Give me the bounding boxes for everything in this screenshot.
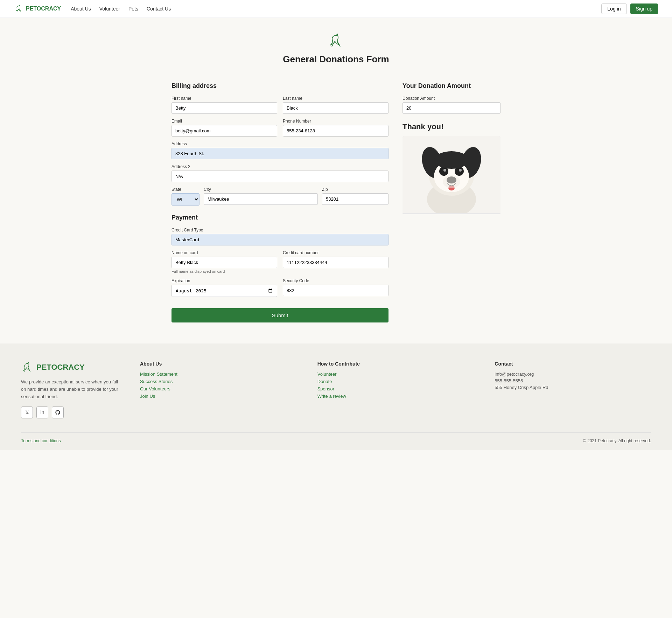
- svg-point-13: [434, 151, 469, 169]
- payment-section: Payment Credit Card Type Name on card Fu…: [172, 214, 388, 297]
- name-on-card-label: Name on card: [172, 250, 277, 255]
- name-on-card-input[interactable]: [172, 257, 277, 268]
- footer-top: PETOCRACY We provide an exceptional serv…: [21, 361, 651, 418]
- thank-you-text: Thank you!: [402, 122, 500, 131]
- first-name-label: First name: [172, 96, 277, 101]
- city-group: City: [204, 187, 318, 206]
- nav-links: About Us Volunteer Pets Contact Us: [71, 6, 171, 12]
- security-input[interactable]: [283, 285, 388, 296]
- security-group: Security Code: [283, 278, 388, 297]
- address2-label: Address 2: [172, 164, 388, 169]
- terms-link[interactable]: Terms and conditions: [21, 438, 61, 443]
- footer-joinus-link[interactable]: Join Us: [140, 394, 296, 399]
- expiration-label: Expiration: [172, 278, 277, 283]
- linkedin-icon[interactable]: in: [36, 407, 48, 418]
- expiration-group: Expiration: [172, 278, 277, 297]
- dog-svg: [402, 136, 500, 213]
- footer-mission-link[interactable]: Mission Statement: [140, 372, 296, 377]
- github-icon[interactable]: [52, 407, 64, 418]
- phone-label: Phone Number: [283, 119, 388, 124]
- footer-volunteer-link[interactable]: Volunteer: [317, 372, 474, 377]
- footer-contact-col: Contact info@petocracy.org 555-555-5555 …: [495, 361, 651, 418]
- last-name-label: Last name: [283, 96, 388, 101]
- name-row: First name Last name: [172, 96, 388, 114]
- footer-review-link[interactable]: Write a review: [317, 394, 474, 399]
- state-group: State WI AL CA NY: [172, 187, 200, 206]
- city-label: City: [204, 187, 318, 192]
- hero-section: General Donations Form: [0, 18, 672, 72]
- address-input[interactable]: [172, 148, 388, 159]
- social-icons: 𝕏 in: [21, 407, 119, 418]
- first-name-group: First name: [172, 96, 277, 114]
- nav-logo-text: PETOCRACY: [26, 6, 61, 12]
- zip-group: Zip: [322, 187, 388, 206]
- name-on-card-group: Name on card Full name as displayed on c…: [172, 250, 277, 273]
- twitter-icon[interactable]: 𝕏: [21, 407, 33, 418]
- security-label: Security Code: [283, 278, 388, 283]
- amount-input[interactable]: [402, 102, 500, 114]
- footer-success-link[interactable]: Success Stories: [140, 379, 296, 384]
- footer-bird-icon: [21, 361, 34, 374]
- footer-logo: PETOCRACY: [21, 361, 119, 374]
- last-name-group: Last name: [283, 96, 388, 114]
- address-label: Address: [172, 141, 388, 146]
- donation-section: Your Donation Amount Donation Amount: [402, 82, 500, 114]
- footer: PETOCRACY We provide an exceptional serv…: [0, 343, 672, 450]
- amount-group: Donation Amount: [402, 96, 500, 114]
- email-group: Email: [172, 119, 277, 137]
- nav-contact[interactable]: Contact Us: [147, 6, 171, 12]
- submit-button[interactable]: Submit: [172, 308, 388, 322]
- copyright-text: © 2021 Petocracy. All right reserved.: [583, 438, 651, 443]
- expiration-input[interactable]: [172, 285, 277, 297]
- form-section: Billing address First name Last name Ema…: [172, 82, 388, 322]
- footer-brand: PETOCRACY We provide an exceptional serv…: [21, 361, 119, 418]
- email-label: Email: [172, 119, 277, 124]
- amount-label: Donation Amount: [402, 96, 500, 101]
- address2-input[interactable]: [172, 171, 388, 182]
- zip-input[interactable]: [322, 193, 388, 205]
- phone-input[interactable]: [283, 125, 388, 137]
- svg-point-7: [443, 169, 446, 172]
- card-number-input[interactable]: [283, 257, 388, 268]
- nav-volunteer[interactable]: Volunteer: [99, 6, 120, 12]
- footer-contact-title: Contact: [495, 361, 651, 367]
- footer-contribute-col: How to Contribute Volunteer Donate Spons…: [317, 361, 474, 418]
- login-button[interactable]: Log in: [601, 4, 626, 14]
- last-name-input[interactable]: [283, 102, 388, 114]
- phone-group: Phone Number: [283, 119, 388, 137]
- footer-about-col: About Us Mission Statement Success Stori…: [140, 361, 296, 418]
- card-type-input[interactable]: [172, 234, 388, 245]
- nav-logo: PETOCRACY: [14, 4, 61, 14]
- nav-pets[interactable]: Pets: [128, 6, 138, 12]
- card-number-group: Credit card number: [283, 250, 388, 273]
- state-label: State: [172, 187, 200, 192]
- main-content: Billing address First name Last name Ema…: [164, 82, 507, 322]
- footer-logo-text: PETOCRACY: [36, 363, 85, 372]
- nav-about[interactable]: About Us: [71, 6, 91, 12]
- card-name-number-row: Name on card Full name as displayed on c…: [172, 250, 388, 273]
- state-city-zip-row: State WI AL CA NY City Zip: [172, 187, 388, 206]
- exp-security-row: Expiration Security Code: [172, 278, 388, 297]
- footer-address: 555 Honey Crisp Apple Rd: [495, 385, 651, 390]
- dog-image: [402, 136, 500, 214]
- footer-volunteers-link[interactable]: Our Volunteers: [140, 386, 296, 391]
- footer-sponsor-link[interactable]: Sponsor: [317, 386, 474, 391]
- nav-right: Log in Sign up: [601, 4, 658, 14]
- address-group: Address: [172, 141, 388, 159]
- address2-group: Address 2: [172, 164, 388, 182]
- footer-donate-link[interactable]: Donate: [317, 379, 474, 384]
- state-select[interactable]: WI AL CA NY: [172, 193, 200, 206]
- footer-phone: 555-555-5555: [495, 378, 651, 383]
- email-input[interactable]: [172, 125, 277, 137]
- card-number-label: Credit card number: [283, 250, 388, 255]
- signup-button[interactable]: Sign up: [630, 4, 658, 14]
- card-type-label: Credit Card Type: [172, 228, 388, 232]
- footer-email: info@petocracy.org: [495, 372, 651, 377]
- footer-bottom: Terms and conditions © 2021 Petocracy. A…: [21, 432, 651, 443]
- logo-bird-icon: [14, 4, 24, 14]
- zip-label: Zip: [322, 187, 388, 192]
- city-input[interactable]: [204, 193, 318, 205]
- name-helper-text: Full name as displayed on card: [172, 269, 277, 273]
- donation-heading: Your Donation Amount: [402, 82, 500, 90]
- first-name-input[interactable]: [172, 102, 277, 114]
